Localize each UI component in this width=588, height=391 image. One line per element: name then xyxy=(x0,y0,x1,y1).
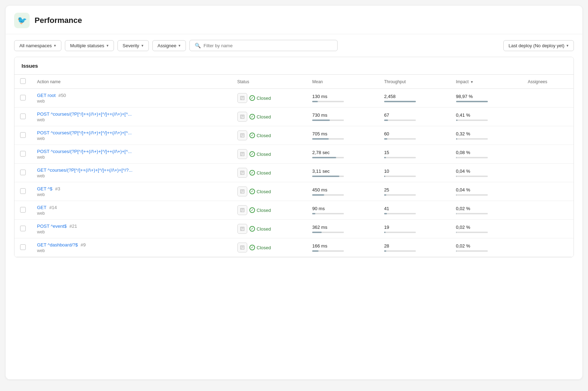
severity-icon[interactable] xyxy=(237,130,247,140)
mean-value: 166 ms xyxy=(312,243,373,249)
action-name-cell: POST ^courses/(?P[^/]++(//\+)+[^/]++(//\… xyxy=(31,126,232,145)
mean-cell: 2,78 sec xyxy=(307,145,378,164)
issue-number: #3 xyxy=(55,186,60,191)
impact-bar-fill xyxy=(456,120,458,121)
impact-bar xyxy=(456,157,488,158)
action-link[interactable]: POST ^courses/(?P[^/]++(//\+)+[^/]++(//\… xyxy=(37,111,132,117)
impact-bar xyxy=(456,120,488,121)
action-link[interactable]: GET root xyxy=(37,93,56,98)
severity-icon[interactable] xyxy=(237,187,247,196)
throughput-bar-fill xyxy=(384,157,386,158)
impact-cell: 98,97 % xyxy=(450,89,522,108)
severity-icon[interactable] xyxy=(237,243,247,252)
impact-cell: 0,32 % xyxy=(450,126,522,145)
impact-value: 98,97 % xyxy=(456,94,517,99)
throughput-bar-fill xyxy=(384,120,388,121)
mean-value: 730 ms xyxy=(312,112,373,118)
throughput-cell: 2,458 xyxy=(378,89,450,108)
mean-cell: 450 ms xyxy=(307,182,378,201)
issues-table: Action name Status Mean Throughput Impac… xyxy=(14,75,574,257)
search-input[interactable] xyxy=(204,43,332,48)
row-checkbox-cell xyxy=(14,201,31,220)
mean-bar xyxy=(312,176,344,177)
assignees-cell xyxy=(522,164,574,182)
mean-cell: 130 ms xyxy=(307,89,378,108)
row-checkbox[interactable] xyxy=(20,244,26,250)
action-link[interactable]: POST ^courses/(?P[^/]++(//\+)+[^/]++(//\… xyxy=(37,130,132,135)
app-logo: 🐦 xyxy=(14,13,30,28)
action-name-cell: GET root #50 web xyxy=(31,89,232,108)
mean-cell: 730 ms xyxy=(307,108,378,126)
mean-bar xyxy=(312,120,344,121)
severity-icon[interactable] xyxy=(237,224,247,234)
row-checkbox[interactable] xyxy=(20,151,26,157)
row-checkbox[interactable] xyxy=(20,188,26,194)
status-filter-label: Multiple statuses xyxy=(70,43,104,48)
row-checkbox[interactable] xyxy=(20,207,26,213)
mean-value: 3,11 sec xyxy=(312,169,373,174)
namespace-filter[interactable]: All namespaces ▾ xyxy=(14,40,61,51)
impact-value: 0,41 % xyxy=(456,112,517,118)
assignees-cell xyxy=(522,220,574,238)
row-checkbox[interactable] xyxy=(20,170,26,175)
chevron-down-icon: ▾ xyxy=(141,43,144,48)
impact-bar-fill xyxy=(456,232,456,233)
toolbar: All namespaces ▾ Multiple statuses ▾ Sev… xyxy=(6,34,582,57)
severity-icon[interactable] xyxy=(237,205,247,215)
severity-icon[interactable] xyxy=(237,112,247,122)
row-checkbox-cell xyxy=(14,108,31,126)
mean-bar xyxy=(312,101,344,102)
throughput-bar xyxy=(384,101,416,102)
severity-icon[interactable] xyxy=(237,168,247,178)
action-link[interactable]: GET ^$ xyxy=(37,186,52,191)
issue-tag: web xyxy=(37,211,226,216)
col-impact[interactable]: Impact ▾ xyxy=(450,75,522,89)
row-checkbox[interactable] xyxy=(20,132,26,138)
status-label: Closed xyxy=(257,189,271,194)
severity-icon[interactable] xyxy=(237,149,247,159)
status-dot-icon xyxy=(249,133,255,138)
throughput-cell: 67 xyxy=(378,108,450,126)
severity-filter[interactable]: Severity ▾ xyxy=(117,40,149,51)
impact-value: 0,02 % xyxy=(456,225,517,230)
row-checkbox[interactable] xyxy=(20,226,26,231)
impact-value: 0,02 % xyxy=(456,206,517,211)
status-label: Closed xyxy=(257,208,271,213)
mean-value: 130 ms xyxy=(312,94,373,99)
status-cell: Closed xyxy=(232,145,307,164)
status-badge: Closed xyxy=(249,95,271,101)
throughput-bar xyxy=(384,157,416,158)
status-badge: Closed xyxy=(249,189,271,194)
action-link[interactable]: POST ^courses/(?P[^/]++(//\+)+[^/]++(//\… xyxy=(37,149,132,154)
mean-bar-fill xyxy=(312,157,336,158)
app-container: 🐦 Performance All namespaces ▾ Multiple … xyxy=(6,6,582,379)
assignee-filter[interactable]: Assignee ▾ xyxy=(152,40,186,51)
throughput-cell: 60 xyxy=(378,126,450,145)
impact-bar xyxy=(456,232,488,233)
action-link[interactable]: GET xyxy=(37,205,47,210)
table-row: GET ^dashboard/?$ #9 web Closed 166 ms xyxy=(14,238,574,257)
throughput-bar xyxy=(384,120,416,121)
table-row: GET ^courses/(?P[^/]++(//\+)+[^/]++(//\+… xyxy=(14,164,574,182)
throughput-value: 28 xyxy=(384,243,445,249)
status-dot-icon xyxy=(249,245,255,250)
action-link[interactable]: POST ^event$ xyxy=(37,224,67,229)
issue-tag: web xyxy=(37,117,226,122)
status-cell: Closed xyxy=(232,126,307,145)
status-cell: Closed xyxy=(232,89,307,108)
row-checkbox[interactable] xyxy=(20,95,26,100)
select-all-checkbox[interactable] xyxy=(20,78,26,84)
impact-bar-fill xyxy=(456,157,457,158)
issue-tag: web xyxy=(37,192,226,197)
deploy-filter[interactable]: Last deploy (No deploy yet) ▾ xyxy=(503,40,574,51)
action-link[interactable]: GET ^dashboard/?$ xyxy=(37,242,78,248)
severity-icon[interactable] xyxy=(237,93,247,103)
impact-bar xyxy=(456,101,488,102)
throughput-bar-fill xyxy=(384,101,416,102)
status-badge: Closed xyxy=(249,151,271,157)
throughput-bar xyxy=(384,232,416,233)
status-filter[interactable]: Multiple statuses ▾ xyxy=(65,40,114,51)
impact-bar xyxy=(456,213,488,214)
row-checkbox[interactable] xyxy=(20,114,26,119)
action-link[interactable]: GET ^courses/(?P[^/]++(//\+)+[^/]++(//\+… xyxy=(37,167,133,173)
